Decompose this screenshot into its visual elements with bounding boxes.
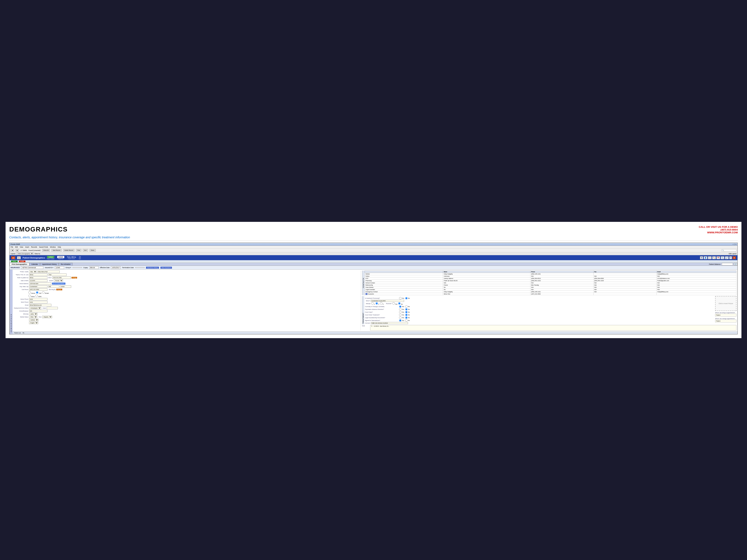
tab-calendar[interactable]: Calendar <box>29 263 40 266</box>
patient-balance-input[interactable] <box>722 263 733 265</box>
treat-no-radio-6[interactable] <box>405 317 408 319</box>
attempts-1-radio[interactable] <box>371 302 374 304</box>
find-button[interactable]: Find <box>76 249 81 251</box>
cell-phone-input[interactable] <box>29 288 47 291</box>
search-input[interactable] <box>722 249 737 251</box>
email-radio[interactable] <box>42 291 45 294</box>
go-postal-button[interactable]: Go To Postal Address <box>52 283 66 285</box>
menu-help[interactable]: Help <box>58 246 61 248</box>
menu-view[interactable]: View <box>20 246 23 248</box>
delete-icon-button[interactable]: 🗑 <box>732 256 736 259</box>
where-input[interactable] <box>371 300 404 302</box>
school-employer-input[interactable] <box>29 310 47 312</box>
home-phone-input[interactable] <box>29 298 47 300</box>
edit-layout-btn[interactable]: Edit Layout <box>729 253 737 255</box>
msg-by-button[interactable]: Msg By <box>56 289 62 290</box>
language-select[interactable]: English <box>29 322 38 324</box>
marital-select[interactable]: Other <box>29 316 37 318</box>
new-record-button[interactable]: New Record <box>51 249 61 251</box>
ssn-change-button[interactable]: Change <box>72 277 77 278</box>
treat-no-radio-2[interactable] <box>405 305 408 308</box>
cell-radio-label[interactable]: Cell <box>36 291 41 294</box>
city-input[interactable] <box>29 285 47 288</box>
layout-select[interactable]: Patient Demographics <box>17 252 33 255</box>
plus-icon-button[interactable]: + <box>729 256 732 259</box>
home-radio[interactable] <box>28 291 31 294</box>
sms-radio-label[interactable]: SMS <box>35 295 42 297</box>
menu-edit[interactable]: Edit <box>15 246 18 248</box>
home-radio-label[interactable]: Home <box>28 291 35 294</box>
search-icon-button[interactable]: 🔍 <box>721 256 724 259</box>
email-input[interactable] <box>29 304 51 306</box>
treat-yes-label-2[interactable]: Yes <box>399 305 404 308</box>
email-radio-label[interactable]: Email <box>42 291 49 294</box>
treat-no-radio-3[interactable] <box>405 308 408 311</box>
new-insurance-button[interactable]: New Insurance <box>160 267 172 269</box>
home-icon-button[interactable]: 🏠 <box>17 256 21 259</box>
treat-no-radio-4[interactable] <box>405 311 408 313</box>
menu-insert[interactable]: Insert <box>25 246 29 248</box>
cell-radio[interactable] <box>36 291 38 294</box>
received-yes-radio[interactable] <box>392 302 395 304</box>
refer-input[interactable] <box>29 276 47 279</box>
menu-window[interactable]: Window <box>50 246 56 248</box>
received-no-radio[interactable] <box>398 302 401 304</box>
menu-file[interactable]: File <box>10 246 13 248</box>
attempts-2-radio[interactable] <box>376 302 378 304</box>
ssn-input[interactable] <box>52 276 71 279</box>
zip-input[interactable] <box>60 285 71 288</box>
tab-print-demographics[interactable]: Print Demographics <box>10 263 29 266</box>
tab-reactivation[interactable]: Re-Activation <box>59 263 73 266</box>
tab-appointment-history[interactable]: Appointment History <box>40 263 59 266</box>
treat-yes-radio-7[interactable] <box>399 319 402 322</box>
magnify-icon-button[interactable]: 🔎 <box>725 256 729 259</box>
nav-forward-button[interactable]: ▶ <box>16 249 19 251</box>
delete-record-button[interactable]: Delete Record <box>63 249 75 251</box>
edit-icon-button[interactable]: ✏️ <box>712 256 716 259</box>
show-all-button[interactable]: Show All <box>42 249 50 251</box>
work-radio[interactable] <box>28 295 31 297</box>
gender-select[interactable]: Female <box>54 279 63 282</box>
treat-yes-radio-1[interactable] <box>399 297 402 299</box>
menu-saved-finds[interactable]: Saved Finds <box>39 246 48 248</box>
comment-input[interactable] <box>371 322 408 324</box>
treat-no-radio-5[interactable] <box>405 314 408 316</box>
prefix-select[interactable]: Miss <box>29 271 37 273</box>
insurance-history-button[interactable]: Insurance History <box>146 267 159 269</box>
user-icon-button[interactable]: 👤 <box>704 256 707 259</box>
back-icon-button[interactable]: ◀◀ <box>11 256 15 259</box>
grade-input[interactable] <box>47 307 58 309</box>
treat-yes-radio-6[interactable] <box>399 317 402 319</box>
treat-no-label-2[interactable]: No <box>405 305 410 308</box>
treat-no-radio-1[interactable] <box>405 297 408 299</box>
treat-yes-radio-5[interactable] <box>399 314 402 316</box>
employment-select[interactable]: Unemployed <box>29 307 41 309</box>
race-select[interactable]: Hispanic <box>42 316 52 318</box>
menu-records[interactable]: Records <box>31 246 37 248</box>
religion-select[interactable]: Catholic <box>29 319 38 321</box>
dob-input[interactable] <box>29 279 47 282</box>
sms-radio[interactable] <box>35 295 38 297</box>
treat-yes-label-1[interactable]: Yes <box>399 297 404 299</box>
nav-back-button[interactable]: ◀ <box>10 249 14 251</box>
home-address-input[interactable] <box>29 283 51 285</box>
sort-button[interactable]: Sort <box>83 249 88 251</box>
calendar-icon-button[interactable]: 📅 <box>716 256 720 259</box>
records-icon-button[interactable]: 📋 <box>708 256 712 259</box>
ethnicity-select[interactable]: Latino <box>29 313 37 315</box>
treat-no-label-1[interactable]: No <box>405 297 410 299</box>
patient-list-label[interactable]: Patient List <box>14 332 21 334</box>
state-input[interactable] <box>48 285 59 288</box>
last-name-input[interactable] <box>48 273 67 276</box>
balance-refresh-icon-button[interactable]: 🔄 <box>734 263 737 266</box>
treat-yes-radio-4[interactable] <box>399 311 402 313</box>
share-button[interactable]: Share <box>89 249 96 251</box>
window-controls[interactable]: – □ × <box>732 243 737 245</box>
treat-no-radio-7[interactable] <box>405 319 408 322</box>
treat-yes-radio-2[interactable] <box>399 305 402 308</box>
work-phone-input[interactable] <box>29 301 47 303</box>
list-view-icon-button[interactable]: ☰ <box>700 256 703 259</box>
treat-yes-radio-3[interactable] <box>399 308 402 311</box>
attempts-3-radio[interactable] <box>380 302 382 304</box>
work-radio-label[interactable]: Work <box>28 295 35 297</box>
